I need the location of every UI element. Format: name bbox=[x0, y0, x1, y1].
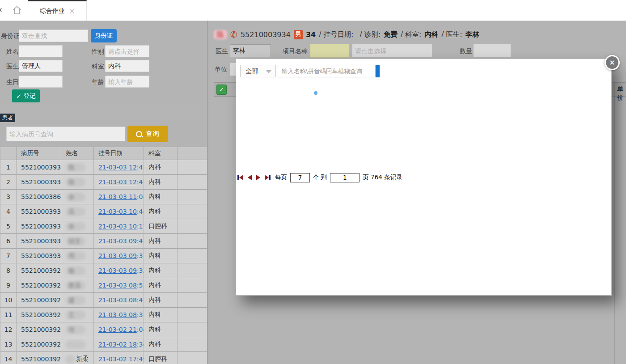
dept-cell: 内科 bbox=[144, 308, 178, 322]
patient-col-header: 病历号 bbox=[17, 147, 61, 160]
doctor-input[interactable] bbox=[19, 60, 63, 72]
tab-close-icon[interactable]: × bbox=[69, 7, 75, 15]
register-button[interactable]: ✓ 登记 bbox=[12, 89, 40, 102]
dept-cell: 口腔科 bbox=[144, 352, 178, 364]
birth-label: 生日 bbox=[6, 78, 19, 86]
reg-date-link[interactable]: 21-03-02 18:34 bbox=[98, 341, 144, 348]
mrn-cell: 55210003927 bbox=[17, 293, 61, 308]
row-number-cell: 14 bbox=[0, 352, 17, 364]
qty-input[interactable] bbox=[473, 44, 511, 58]
date-cell: 21-03-02 21:04 bbox=[94, 322, 144, 337]
per-page-label: 每页 bbox=[275, 174, 287, 182]
empty-cell bbox=[178, 263, 207, 278]
category-dropdown[interactable]: 全部 bbox=[240, 65, 276, 77]
date-cell: 21-03-03 09:41 bbox=[94, 234, 144, 249]
prev-page-button[interactable] bbox=[248, 175, 252, 180]
empty-cell bbox=[178, 352, 207, 364]
records-label: 页 764 条记录 bbox=[363, 174, 402, 182]
mrn-cell: 55210003926 bbox=[17, 308, 61, 322]
per-page-input[interactable] bbox=[290, 173, 310, 182]
patient-name-redacted: 陈 bbox=[214, 30, 227, 39]
gender-input[interactable] bbox=[105, 45, 149, 57]
item-search-input[interactable] bbox=[278, 65, 376, 77]
date-cell: 21-03-03 10:44 bbox=[94, 204, 144, 219]
age-input[interactable] bbox=[105, 76, 149, 88]
gender-label: 性别 bbox=[92, 48, 104, 56]
qty-label: 数量 bbox=[460, 47, 472, 55]
reg-date-link[interactable]: 21-03-03 08:41 bbox=[98, 296, 144, 304]
reg-date-link[interactable]: 21-03-03 12:45 bbox=[98, 164, 144, 171]
item-code-input[interactable] bbox=[310, 44, 350, 58]
dept-cell: 内科 bbox=[144, 190, 178, 204]
dept-cell: 内科 bbox=[144, 263, 178, 278]
collapse-left-icon[interactable]: « bbox=[0, 4, 2, 15]
date-cell: 21-03-03 10:17 bbox=[94, 219, 144, 234]
empty-cell bbox=[178, 204, 207, 219]
last-page-button[interactable] bbox=[265, 175, 271, 180]
reg-date-link[interactable]: 21-03-03 12:41 bbox=[98, 178, 144, 186]
name-cell: 高 bbox=[61, 204, 94, 219]
row-number-cell: 4 bbox=[0, 204, 17, 219]
pagination: 每页 个 到 页 764 条记录 bbox=[237, 173, 402, 182]
idcard-input[interactable] bbox=[19, 30, 88, 42]
patient-col-header: 科室 bbox=[144, 147, 178, 160]
empty-cell bbox=[178, 322, 207, 337]
row-number-cell: 8 bbox=[0, 263, 17, 278]
check-icon: ✓ bbox=[16, 93, 21, 100]
order-doctor-input[interactable] bbox=[230, 44, 271, 57]
page-number-input[interactable] bbox=[330, 173, 360, 182]
modal-table bbox=[237, 83, 612, 83]
search-icon bbox=[136, 131, 142, 137]
header-doctor-label: / 医生: bbox=[441, 30, 462, 39]
patient-table: 病历号姓名挂号日期科室155210003935陈21-03-03 12:45内科… bbox=[0, 147, 207, 364]
panel-divider-light bbox=[209, 21, 209, 364]
dept-input[interactable] bbox=[105, 60, 149, 72]
tab-comprehensive-work[interactable]: 综合作业 × bbox=[28, 0, 87, 21]
patient-col-header bbox=[0, 147, 17, 160]
phone-icon: ✆ bbox=[229, 29, 238, 40]
sex-badge: 男 bbox=[294, 30, 303, 39]
reg-date-link[interactable]: 21-03-03 11:08 bbox=[98, 193, 144, 200]
name-cell: 蔡晨 bbox=[61, 278, 94, 293]
column-divider bbox=[614, 82, 615, 364]
header-doctor-value: 李林 bbox=[465, 30, 479, 39]
patient-age: 34 bbox=[306, 30, 316, 39]
reg-date-link[interactable]: 21-03-03 08:55 bbox=[98, 282, 144, 289]
mrn-search-input[interactable] bbox=[6, 127, 125, 141]
reg-date-link[interactable]: 21-03-03 09:32 bbox=[98, 267, 144, 274]
name-cell bbox=[61, 337, 94, 352]
name-cell: 建 bbox=[61, 293, 94, 308]
dept-cell: 内科 bbox=[144, 175, 178, 190]
reg-date-link[interactable]: 21-03-03 10:44 bbox=[98, 208, 144, 215]
mrn-cell: 55210003928 bbox=[17, 278, 61, 293]
next-page-button[interactable] bbox=[256, 175, 260, 180]
reg-date-link[interactable]: 21-03-03 08:31 bbox=[98, 311, 144, 318]
close-icon[interactable]: × bbox=[605, 55, 620, 70]
select-all-checkbox[interactable]: ✓ bbox=[216, 85, 227, 95]
reg-date-link[interactable]: 21-03-02 17:49 bbox=[98, 356, 144, 363]
birth-input[interactable] bbox=[19, 76, 63, 88]
reg-date-link[interactable]: 21-03-03 10:17 bbox=[98, 223, 144, 230]
visit-type-label: / 诊别: bbox=[360, 30, 381, 39]
reg-date-link[interactable]: 21-03-03 09:41 bbox=[98, 237, 144, 245]
name-cell: 培 bbox=[61, 322, 94, 337]
dept-cell: 内科 bbox=[144, 293, 178, 308]
reg-date-link[interactable]: 21-03-02 21:04 bbox=[98, 326, 144, 333]
redacted-name bbox=[66, 355, 75, 364]
first-page-button[interactable] bbox=[237, 175, 243, 180]
empty-cell bbox=[178, 337, 207, 352]
item-select-input[interactable] bbox=[352, 44, 432, 58]
name-input[interactable] bbox=[19, 45, 63, 57]
home-icon[interactable] bbox=[12, 5, 22, 16]
redacted-name: 周 bbox=[66, 252, 85, 260]
row-number-cell: 2 bbox=[0, 175, 17, 190]
visit-type-value: 免费 bbox=[384, 30, 398, 39]
idcard-label: 身份证 bbox=[1, 32, 20, 40]
idcard-button[interactable]: 身份证 bbox=[91, 29, 117, 42]
mrn-cell: 55210003934 bbox=[17, 175, 61, 190]
search-button[interactable]: 查询 bbox=[127, 126, 168, 142]
app-screen: « 综合作业 × 身份证 身份证 姓名 性别 医生 科室 生日 年龄 ✓ 登记 … bbox=[0, 0, 626, 364]
name-label: 姓名 bbox=[6, 48, 19, 56]
redacted-name: 蔡晨 bbox=[66, 281, 85, 290]
reg-date-link[interactable]: 21-03-03 09:37 bbox=[98, 252, 144, 259]
